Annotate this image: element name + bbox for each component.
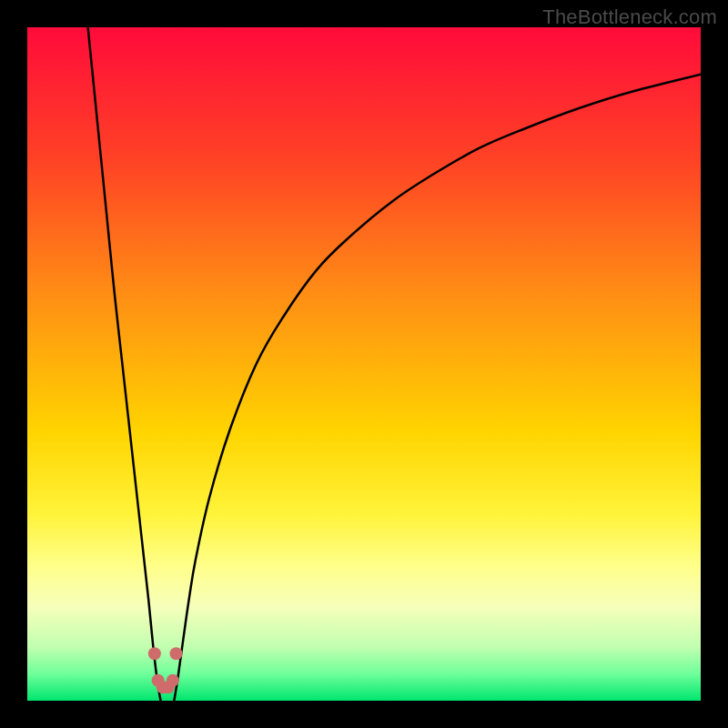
dip-dot (148, 647, 161, 660)
dip-dot (167, 674, 179, 687)
chart-frame: TheBottleneck.com (0, 0, 728, 728)
dip-dot (170, 647, 183, 660)
chart-background (27, 27, 701, 701)
watermark-text: TheBottleneck.com (542, 5, 717, 29)
chart-plot-area (27, 27, 701, 701)
chart-svg (27, 27, 701, 701)
